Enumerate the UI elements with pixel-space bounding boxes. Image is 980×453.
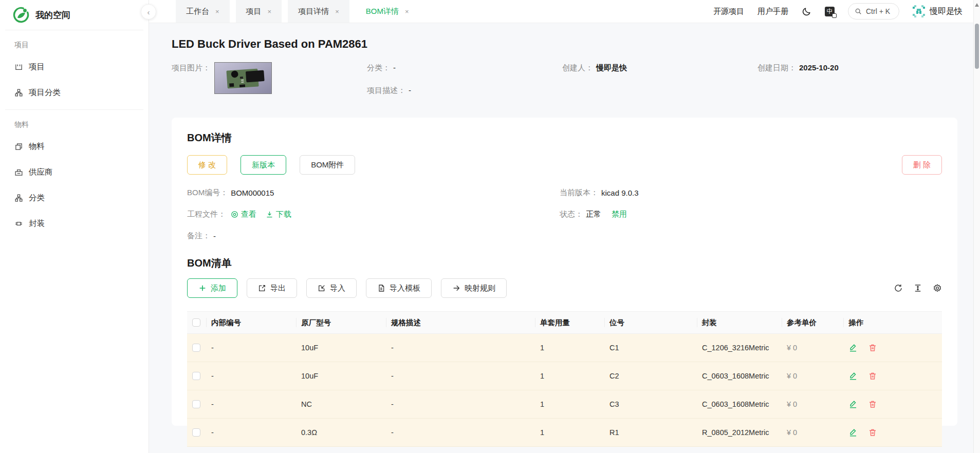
cell-price: ¥ 0	[782, 400, 843, 408]
scrollbar-thumb[interactable]	[975, 24, 979, 69]
main-area: 工作台 × 项目 × 项目详情 × BOM详情 × 开源项目 用户手册	[149, 0, 980, 453]
cell-mpn: 10uF	[296, 344, 386, 352]
edit-button[interactable]: 修 改	[187, 155, 227, 175]
scroll-up-arrow-icon[interactable]	[975, 3, 979, 7]
disable-link[interactable]: 禁用	[612, 210, 627, 219]
gear-icon[interactable]	[933, 284, 942, 293]
cell-qty: 1	[535, 400, 604, 408]
search-icon	[855, 8, 862, 15]
plus-icon	[198, 284, 207, 292]
bom-no-label: BOM编号：	[187, 188, 228, 198]
bom-list-actions: 添加 导出 导入 导入模板	[187, 278, 942, 298]
edit-row-icon[interactable]	[848, 428, 858, 437]
delete-row-icon[interactable]	[868, 371, 877, 381]
project-image-thumbnail[interactable]	[214, 62, 272, 94]
sidebar-collapse-button[interactable]: ‹	[141, 4, 156, 20]
close-icon[interactable]: ×	[335, 8, 339, 15]
cell-price: ¥ 0	[782, 372, 843, 380]
bom-no-value: BOM000015	[231, 188, 274, 197]
close-icon[interactable]: ×	[268, 8, 272, 15]
tab-project[interactable]: 项目 ×	[236, 0, 282, 23]
mapping-rules-button[interactable]: 映射规则	[441, 278, 507, 298]
download-file-link[interactable]: 下载	[266, 210, 291, 219]
tab-label: 项目	[246, 7, 262, 16]
description-value: -	[409, 85, 411, 96]
translate-sub-square	[832, 13, 837, 18]
sidebar-section-material: 物料	[0, 110, 149, 134]
sidebar-item-category[interactable]: 分类	[0, 185, 149, 211]
tab-workbench[interactable]: 工作台 ×	[176, 0, 230, 23]
col-internal-no: 内部编号	[206, 318, 296, 328]
delete-row-icon[interactable]	[868, 400, 877, 409]
workspace-logo-row[interactable]: 我的空间	[0, 0, 149, 30]
status-value: 正常	[586, 210, 601, 219]
new-version-button[interactable]: 新版本	[241, 155, 286, 175]
cell-footprint: R_0805_2012Metric	[697, 428, 782, 437]
sidebar-item-supplier[interactable]: 供应商	[0, 159, 149, 185]
sidebar-item-footprint[interactable]: 封装	[0, 211, 149, 236]
cell-footprint: C_0603_1608Metric	[697, 372, 782, 380]
cell-designator: R1	[604, 428, 697, 437]
edit-row-icon[interactable]	[848, 371, 858, 381]
sidebar-item-label: 项目	[29, 62, 45, 72]
table-tools	[894, 284, 942, 293]
col-designator: 位号	[604, 318, 697, 328]
bom-list-heading: BOM清单	[187, 256, 942, 270]
sidebar-item-material[interactable]: 物料	[0, 134, 149, 159]
category-label: 分类：	[367, 62, 390, 73]
global-search-input[interactable]: Ctrl + K	[848, 3, 899, 20]
tab-bom-detail[interactable]: BOM详情 ×	[356, 0, 419, 23]
cell-spec: -	[386, 344, 535, 352]
sidebar-item-project[interactable]: 项目	[0, 54, 149, 80]
bom-detail-actions: 修 改 新版本 BOM附件 删 除	[187, 155, 942, 175]
col-operations: 操作	[843, 318, 942, 328]
description-label: 项目描述：	[367, 85, 405, 96]
row-checkbox[interactable]	[192, 372, 200, 380]
import-template-button[interactable]: 导入模板	[366, 278, 432, 298]
topbar-right: 开源项目 用户手册 中 Ctrl + K	[713, 0, 963, 23]
close-icon[interactable]: ×	[405, 8, 409, 15]
bom-attachment-button[interactable]: BOM附件	[300, 155, 355, 175]
refresh-icon[interactable]	[894, 284, 903, 293]
export-button[interactable]: 导出	[247, 278, 297, 298]
page-scrollbar[interactable]	[973, 0, 980, 453]
page-title: LED Buck Driver Based on PAM2861	[172, 37, 957, 51]
table-header-row: 内部编号 原厂型号 规格描述 单套用量 位号 封装 参考单价 操作	[187, 311, 942, 334]
creator-value: 慢即是快	[596, 62, 627, 73]
row-checkbox[interactable]	[192, 428, 200, 437]
add-button[interactable]: 添加	[187, 278, 237, 298]
cell-designator: C1	[604, 344, 697, 352]
cell-mpn: 10uF	[296, 372, 386, 380]
cell-internal-no: -	[206, 372, 296, 380]
translate-icon[interactable]: 中	[825, 7, 835, 16]
select-all-checkbox[interactable]	[192, 318, 200, 327]
open-source-link[interactable]: 开源项目	[713, 7, 744, 16]
delete-row-icon[interactable]	[868, 428, 877, 437]
creator-label: 创建人：	[562, 62, 593, 73]
row-checkbox[interactable]	[192, 400, 200, 408]
sidebar-item-project-category[interactable]: 项目分类	[0, 80, 149, 105]
delete-row-icon[interactable]	[868, 343, 877, 352]
cell-price: ¥ 0	[782, 428, 843, 437]
org-chart-icon	[14, 88, 23, 97]
create-date-value: 2025-10-20	[799, 62, 839, 73]
app-root: 我的空间 项目 项目 项目分类 物料 物料 供应商 分类 封装	[0, 0, 980, 453]
tab-project-detail[interactable]: 项目详情 ×	[288, 0, 349, 23]
row-checkbox[interactable]	[192, 344, 200, 352]
edit-row-icon[interactable]	[848, 343, 858, 352]
edit-row-icon[interactable]	[848, 400, 858, 409]
dark-mode-moon-icon[interactable]	[802, 7, 811, 16]
user-manual-link[interactable]: 用户手册	[757, 7, 788, 16]
row-height-icon[interactable]	[913, 284, 922, 293]
cell-spec: -	[386, 400, 535, 408]
user-menu[interactable]: 慢即是快	[913, 5, 963, 17]
org-chart-icon	[14, 194, 23, 202]
table-row: - 10uF - 1 C1 C_1206_3216Metric ¥ 0	[187, 334, 942, 362]
view-file-link[interactable]: 查看	[231, 210, 256, 219]
import-button[interactable]: 导入	[306, 278, 357, 298]
col-mpn: 原厂型号	[296, 318, 386, 328]
delete-button[interactable]: 删 除	[902, 155, 942, 175]
close-icon[interactable]: ×	[215, 8, 219, 15]
bom-detail-fields: BOM编号： BOM000015 当前版本： kicad 9.0.3 工程文件：…	[187, 188, 942, 241]
table-row: - 10uF - 1 C2 C_0603_1608Metric ¥ 0	[187, 362, 942, 390]
